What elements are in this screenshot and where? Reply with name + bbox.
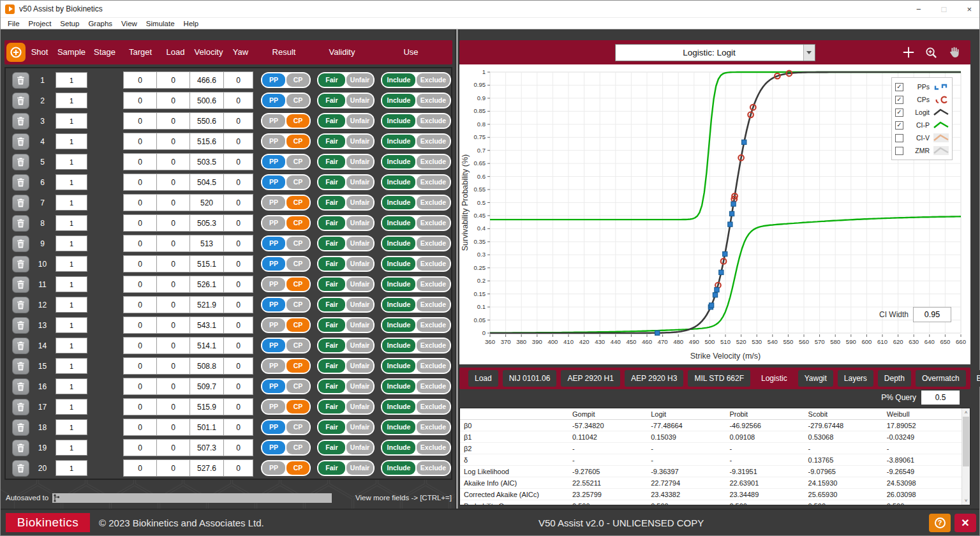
- include-button[interactable]: Include: [382, 135, 415, 148]
- tab-mil-std-662f[interactable]: MIL STD 662F: [688, 370, 750, 387]
- cp-button[interactable]: CP: [286, 318, 309, 332]
- exclude-button[interactable]: Exclude: [417, 155, 450, 168]
- yaw-cell[interactable]: 0: [223, 316, 253, 334]
- unfair-button[interactable]: Unfair: [346, 298, 373, 311]
- pp-button[interactable]: PP: [262, 196, 285, 209]
- tab-load[interactable]: Load: [468, 370, 498, 387]
- pp-button[interactable]: PP: [262, 73, 285, 87]
- include-button[interactable]: Include: [382, 155, 415, 168]
- unfair-button[interactable]: Unfair: [346, 441, 373, 454]
- cp-button[interactable]: CP: [286, 257, 309, 271]
- tab-aep-2920-h1[interactable]: AEP 2920 H1: [561, 370, 620, 387]
- menu-graphs[interactable]: Graphs: [84, 20, 117, 27]
- velocity-cell[interactable]: 513: [189, 235, 224, 252]
- delete-shot-button[interactable]: [12, 235, 29, 252]
- include-button[interactable]: Include: [382, 380, 415, 393]
- fair-button[interactable]: Fair: [318, 196, 345, 209]
- unfair-button[interactable]: Unfair: [346, 461, 373, 475]
- include-button[interactable]: Include: [382, 114, 415, 128]
- menu-setup[interactable]: Setup: [56, 20, 84, 27]
- stage-cell[interactable]: [87, 194, 123, 211]
- velocity-cell[interactable]: 500.6: [189, 92, 224, 109]
- cp-button[interactable]: CP: [286, 421, 309, 434]
- delete-shot-button[interactable]: [12, 440, 29, 456]
- yaw-cell[interactable]: 0: [223, 214, 253, 232]
- delete-shot-button[interactable]: [12, 93, 29, 109]
- cp-button[interactable]: CP: [286, 359, 309, 373]
- unfair-button[interactable]: Unfair: [346, 278, 373, 291]
- pp-button[interactable]: PP: [262, 441, 285, 454]
- include-button[interactable]: Include: [382, 216, 415, 230]
- delete-shot-button[interactable]: [12, 154, 29, 170]
- unfair-button[interactable]: Unfair: [346, 196, 373, 209]
- pp-button[interactable]: PP: [262, 114, 285, 128]
- yaw-cell[interactable]: 0: [223, 92, 253, 109]
- target-cell[interactable]: 0: [123, 276, 157, 293]
- sample-input[interactable]: [56, 338, 87, 354]
- unfair-button[interactable]: Unfair: [346, 114, 373, 128]
- load-cell[interactable]: 0: [156, 296, 190, 313]
- fair-button[interactable]: Fair: [318, 400, 345, 413]
- delete-shot-button[interactable]: [12, 174, 29, 191]
- yaw-cell[interactable]: 0: [223, 112, 253, 130]
- exclude-button[interactable]: Exclude: [417, 73, 450, 87]
- load-cell[interactable]: 0: [156, 276, 190, 293]
- stage-cell[interactable]: [87, 276, 123, 293]
- include-button[interactable]: Include: [382, 400, 415, 413]
- load-cell[interactable]: 0: [156, 153, 190, 170]
- load-cell[interactable]: 0: [156, 357, 190, 375]
- cp-button[interactable]: CP: [286, 94, 309, 107]
- cp-button[interactable]: CP: [286, 155, 309, 168]
- yaw-cell[interactable]: 0: [223, 378, 253, 395]
- fair-button[interactable]: Fair: [318, 257, 345, 271]
- fair-button[interactable]: Fair: [318, 155, 345, 168]
- unfair-button[interactable]: Unfair: [346, 237, 373, 250]
- yaw-cell[interactable]: 0: [223, 235, 253, 252]
- tab-nij-0101-06[interactable]: NIJ 0101.06: [503, 370, 557, 387]
- delete-shot-button[interactable]: [12, 399, 29, 415]
- target-cell[interactable]: 0: [123, 112, 157, 130]
- sample-input[interactable]: [56, 133, 87, 149]
- exclude-button[interactable]: Exclude: [417, 380, 450, 393]
- unfair-button[interactable]: Unfair: [346, 359, 373, 373]
- velocity-cell[interactable]: 505.3: [189, 214, 224, 232]
- fair-button[interactable]: Fair: [318, 461, 345, 475]
- crosshair-icon[interactable]: [902, 46, 915, 59]
- stage-cell[interactable]: [87, 214, 123, 232]
- ci-width-input[interactable]: [913, 307, 951, 322]
- cp-button[interactable]: CP: [286, 461, 309, 475]
- fair-button[interactable]: Fair: [318, 278, 345, 291]
- stage-cell[interactable]: [87, 153, 123, 170]
- stage-cell[interactable]: [87, 459, 123, 477]
- unfair-button[interactable]: Unfair: [346, 421, 373, 434]
- load-cell[interactable]: 0: [156, 459, 190, 477]
- delete-shot-button[interactable]: [12, 256, 29, 272]
- fair-button[interactable]: Fair: [318, 298, 345, 311]
- pp-button[interactable]: PP: [262, 380, 285, 393]
- pp-button[interactable]: PP: [262, 216, 285, 230]
- exit-button[interactable]: ✕: [954, 514, 976, 532]
- exclude-button[interactable]: Exclude: [417, 421, 450, 434]
- stage-cell[interactable]: [87, 112, 123, 130]
- velocity-cell[interactable]: 515.1: [189, 255, 224, 272]
- yaw-cell[interactable]: 0: [223, 71, 253, 89]
- cp-button[interactable]: CP: [286, 298, 309, 311]
- load-cell[interactable]: 0: [156, 419, 190, 436]
- unfair-button[interactable]: Unfair: [346, 380, 373, 393]
- delete-shot-button[interactable]: [12, 72, 29, 89]
- yaw-cell[interactable]: 0: [223, 174, 253, 191]
- pp-button[interactable]: PP: [262, 94, 285, 107]
- legend-checkbox[interactable]: [895, 147, 903, 155]
- delete-shot-button[interactable]: [12, 113, 29, 130]
- delete-shot-button[interactable]: [12, 358, 29, 375]
- stage-cell[interactable]: [87, 71, 123, 89]
- load-cell[interactable]: 0: [156, 316, 190, 334]
- stage-cell[interactable]: [87, 316, 123, 334]
- stage-cell[interactable]: [87, 296, 123, 313]
- unfair-button[interactable]: Unfair: [346, 257, 373, 271]
- exclude-button[interactable]: Exclude: [417, 400, 450, 413]
- exclude-button[interactable]: Exclude: [417, 175, 450, 189]
- stage-cell[interactable]: [87, 255, 123, 272]
- unfair-button[interactable]: Unfair: [346, 400, 373, 413]
- stats-scrollbar-thumb[interactable]: [963, 417, 969, 466]
